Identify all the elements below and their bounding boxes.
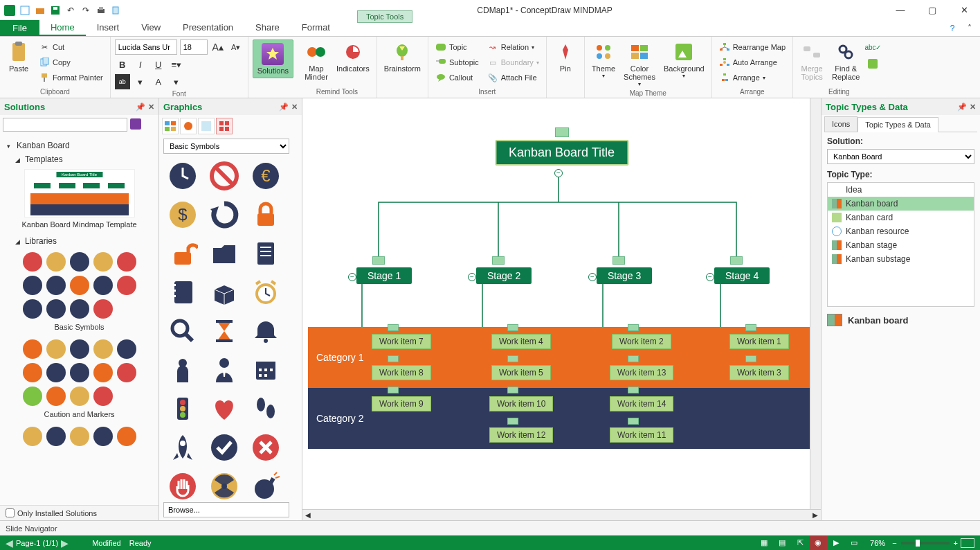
footprints-icon[interactable] bbox=[246, 391, 285, 427]
collapse-icon[interactable]: − bbox=[348, 273, 356, 281]
tab-format[interactable]: Format bbox=[291, 20, 341, 36]
only-installed-checkbox[interactable] bbox=[6, 508, 15, 517]
graphics-library-select[interactable]: Basic Symbols bbox=[163, 139, 289, 154]
no-entry-icon[interactable] bbox=[205, 158, 244, 194]
refresh-icon[interactable] bbox=[205, 197, 244, 233]
stage-2[interactable]: Stage 2 bbox=[476, 267, 532, 284]
work-item[interactable]: Work item 8 bbox=[372, 365, 431, 380]
redo-icon[interactable]: ↷ bbox=[80, 5, 91, 16]
template-thumbnail[interactable]: Kanban Board Title bbox=[24, 169, 135, 218]
stage-1[interactable]: Stage 1 bbox=[356, 267, 412, 284]
graphics-scroll[interactable]: €$ bbox=[159, 155, 302, 499]
magnifier-icon[interactable] bbox=[163, 313, 202, 349]
view-mode-1-icon[interactable]: ▦ bbox=[755, 535, 773, 550]
view-mode-2-icon[interactable]: ▤ bbox=[773, 535, 791, 550]
wi-handle-icon[interactable] bbox=[507, 324, 518, 331]
traffic-light-icon[interactable] bbox=[163, 391, 202, 427]
copy-button[interactable]: Copy bbox=[36, 55, 106, 70]
prev-page-icon[interactable]: ◀ bbox=[6, 538, 13, 549]
work-item[interactable]: Work item 14 bbox=[610, 396, 673, 411]
lock-open-icon[interactable] bbox=[163, 236, 202, 272]
pin-button[interactable]: Pin bbox=[551, 39, 580, 74]
grow-font-icon[interactable]: A▴ bbox=[210, 39, 226, 55]
lib-icon[interactable] bbox=[23, 276, 42, 295]
wi-handle-icon[interactable] bbox=[745, 355, 756, 362]
work-item[interactable]: Work item 9 bbox=[372, 396, 431, 411]
topic-button[interactable]: Topic bbox=[433, 39, 482, 55]
indicators-button[interactable]: Indicators bbox=[334, 39, 372, 74]
highlight-dropdown[interactable]: ▾ bbox=[133, 74, 148, 89]
lib-icon[interactable] bbox=[70, 276, 89, 295]
lib-icon[interactable] bbox=[46, 339, 66, 359]
view-mode-4-icon[interactable]: ◉ bbox=[809, 535, 827, 550]
lock-closed-icon[interactable] bbox=[246, 197, 285, 233]
work-item[interactable]: Work item 11 bbox=[610, 427, 673, 443]
find-replace-button[interactable]: Find & Replace bbox=[829, 39, 862, 82]
zoom-in-icon[interactable]: + bbox=[954, 539, 958, 547]
work-item[interactable]: Work item 1 bbox=[729, 334, 789, 349]
font-family-select[interactable] bbox=[115, 39, 177, 55]
work-item[interactable]: Work item 10 bbox=[489, 396, 553, 411]
type-kanban-resource[interactable]: Kanban resource bbox=[828, 224, 974, 238]
lib-icon[interactable] bbox=[117, 276, 136, 295]
box-open-icon[interactable] bbox=[205, 274, 244, 310]
undo-icon[interactable]: ↶ bbox=[65, 5, 76, 16]
title-handle-icon[interactable] bbox=[555, 127, 569, 137]
manager-icon[interactable] bbox=[205, 352, 244, 388]
zoom-out-icon[interactable]: − bbox=[892, 539, 896, 547]
bell-icon[interactable] bbox=[246, 313, 285, 349]
close-panel-icon[interactable]: ✕ bbox=[970, 103, 976, 112]
kanban-title[interactable]: Kanban Board Title bbox=[495, 140, 628, 166]
bold-button[interactable]: B bbox=[115, 57, 130, 72]
color-schemes-button[interactable]: Color Schemes▾ bbox=[621, 39, 658, 89]
stop-hand-icon[interactable] bbox=[163, 468, 202, 499]
lib-icon[interactable] bbox=[93, 363, 113, 382]
pin-icon[interactable]: 📌 bbox=[279, 103, 289, 112]
close-panel-icon[interactable]: ✕ bbox=[148, 103, 154, 112]
open-icon[interactable] bbox=[35, 5, 46, 16]
find-options-icon[interactable] bbox=[865, 56, 880, 71]
heart-icon[interactable] bbox=[205, 391, 244, 427]
notebook-icon[interactable] bbox=[163, 274, 202, 310]
wi-handle-icon[interactable] bbox=[388, 387, 399, 393]
tab-icons[interactable]: Icons bbox=[824, 116, 858, 132]
work-item[interactable]: Work item 7 bbox=[372, 334, 431, 349]
type-kanban-board[interactable]: Kanban board bbox=[828, 197, 974, 211]
tree-node-kanban[interactable]: ▾Kanban Board bbox=[7, 139, 152, 152]
minimize-button[interactable]: — bbox=[884, 0, 916, 20]
lib-icon[interactable] bbox=[70, 427, 89, 446]
gfx-view2-icon[interactable] bbox=[180, 118, 197, 134]
lib-icon[interactable] bbox=[93, 299, 113, 319]
paste-button[interactable]: Paste bbox=[4, 39, 33, 74]
lib-icon[interactable] bbox=[117, 252, 136, 272]
maximize-button[interactable]: ▢ bbox=[916, 0, 948, 20]
font-color-dropdown[interactable]: ▾ bbox=[169, 74, 184, 89]
lib-icon[interactable] bbox=[93, 427, 113, 446]
work-item[interactable]: Work item 2 bbox=[612, 334, 671, 349]
alarm-clock-icon[interactable] bbox=[246, 274, 285, 310]
lib-icon[interactable] bbox=[23, 339, 42, 359]
hourglass-icon[interactable] bbox=[205, 313, 244, 349]
next-page-icon[interactable]: ▶ bbox=[61, 538, 69, 549]
stage-handle-icon[interactable] bbox=[372, 256, 385, 265]
collapse-icon[interactable]: − bbox=[706, 273, 714, 281]
wi-handle-icon[interactable] bbox=[628, 418, 639, 425]
tab-home[interactable]: Home bbox=[39, 20, 86, 36]
work-item[interactable]: Work item 5 bbox=[491, 365, 551, 380]
rearrange-button[interactable]: Rearrange Map bbox=[716, 39, 788, 55]
collapse-icon[interactable]: − bbox=[468, 273, 476, 281]
browse-button[interactable]: Browse... bbox=[163, 502, 289, 517]
collapse-icon[interactable]: − bbox=[588, 273, 597, 281]
lib-icon[interactable] bbox=[23, 427, 42, 446]
print-preview-icon[interactable] bbox=[111, 5, 122, 16]
type-kanban-stage[interactable]: Kanban stage bbox=[828, 238, 974, 252]
align-button[interactable]: ≡▾ bbox=[169, 57, 184, 72]
stage-handle-icon[interactable] bbox=[730, 256, 743, 265]
lib-icon[interactable] bbox=[117, 363, 136, 382]
pin-icon[interactable]: 📌 bbox=[957, 103, 967, 112]
attach-file-button[interactable]: 📎Attach File bbox=[484, 70, 542, 85]
callout-button[interactable]: Callout bbox=[433, 70, 482, 85]
only-installed-check[interactable]: Only Installed Solutions bbox=[0, 505, 158, 520]
theme-button[interactable]: Theme▾ bbox=[589, 39, 618, 80]
euro-icon[interactable]: € bbox=[246, 158, 285, 194]
